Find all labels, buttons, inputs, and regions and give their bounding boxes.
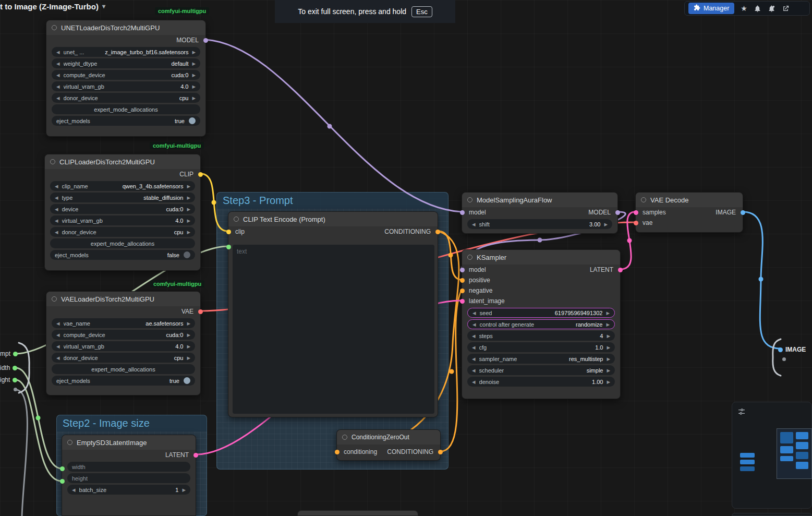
widget-eject-models[interactable]: eject_models true [52,376,195,386]
combo-right-arrow-icon[interactable]: ▶ [192,50,196,55]
image-output-dot[interactable] [778,347,783,352]
output-slot-model[interactable]: MODEL [46,35,205,45]
link-midpoint-dot[interactable] [212,200,216,205]
toggle-knob[interactable] [184,251,190,258]
toggle-knob[interactable] [189,117,196,124]
widget-expert-mode-allocations[interactable]: expert_mode_allocations [52,104,200,114]
combo-right-arrow-icon[interactable]: ▶ [187,321,190,326]
model-input-dot[interactable] [460,268,465,272]
notification-bell-icon[interactable] [768,5,775,13]
subgraph-output-image[interactable]: IMAGE [778,346,806,353]
combo-left-arrow-icon[interactable]: ◀ [55,218,58,223]
latent-output-dot[interactable] [193,453,198,458]
star-icon[interactable]: ★ [741,4,747,13]
subgraph-input-prompt[interactable]: mpt [0,350,18,357]
collapse-dot-icon[interactable] [467,255,472,260]
link-midpoint-dot[interactable] [627,238,632,243]
widget-scheduler[interactable]: ◀ scheduler simple ▶ [467,365,615,375]
widget-eject-models[interactable]: eject_models true [52,116,200,126]
group-title[interactable]: Step3 - Prompt [217,193,448,209]
node-header[interactable]: ModelSamplingAuraFlow [462,193,617,207]
collapse-dot-icon[interactable] [342,435,347,440]
extra-output-slot-dot[interactable] [782,357,786,361]
widget-donor-device[interactable]: ◀ donor_device cpu ▶ [52,93,200,103]
widget-expert-mode-allocations[interactable]: expert_mode_allocations [52,364,195,374]
node-ksampler[interactable]: KSampler model LATENT positive negative … [462,249,621,399]
combo-right-arrow-icon[interactable]: ▶ [187,195,190,200]
widget-device[interactable]: ◀ device cuda:0 ▶ [50,204,195,214]
output-slot-latent[interactable]: LATENT [62,450,196,460]
prompt-output-dot[interactable] [13,352,18,356]
combo-left-arrow-icon[interactable]: ◀ [55,230,58,235]
collapse-dot-icon[interactable] [234,217,239,222]
widget-sampler-name[interactable]: ◀ sampler_name res_multistep ▶ [467,354,615,364]
negative-input-dot[interactable] [460,289,465,293]
toggle-knob[interactable] [184,377,190,384]
clip-output-dot[interactable] [198,172,203,177]
height-output-dot[interactable] [13,378,17,382]
collapse-dot-icon[interactable] [52,25,57,30]
node-vae-decode[interactable]: VAE Decode samples IMAGE vae [635,192,743,233]
combo-right-arrow-icon[interactable]: ▶ [187,355,190,361]
link-midpoint-dot[interactable] [759,277,763,282]
samples-input-dot[interactable] [634,210,638,215]
combo-right-arrow-icon[interactable]: ▶ [187,207,190,212]
positive-input-dot[interactable] [460,278,465,283]
combo-left-arrow-icon[interactable]: ◀ [56,50,60,55]
combo-right-arrow-icon[interactable]: ▶ [192,61,196,66]
combo-right-arrow-icon[interactable]: ▶ [192,95,196,101]
combo-left-arrow-icon[interactable]: ◀ [472,322,476,327]
combo-right-arrow-icon[interactable]: ▶ [187,344,190,349]
combo-left-arrow-icon[interactable]: ◀ [56,84,60,89]
combo-left-arrow-icon[interactable]: ◀ [472,356,476,362]
node-vae-loader[interactable]: VAELoaderDisTorch2MultiGPU VAE ◀ vae_nam… [46,291,201,395]
widget-virtual-vram[interactable]: ◀ virtual_vram_gb 4.0 ▶ [50,215,195,225]
workflow-title[interactable]: t to Image (Z-Image-Turbo) ▾ [0,0,105,13]
subgraph-input-height[interactable]: ight [0,376,17,383]
combo-right-arrow-icon[interactable]: ▶ [192,84,196,89]
combo-right-arrow-icon[interactable]: ▶ [607,356,610,362]
node-clip-loader[interactable]: CLIPLoaderDisTorch2MultiGPU CLIP ◀ clip_… [44,154,201,271]
input-slot-latent-image[interactable]: latent_image [462,296,620,306]
node-header[interactable]: ConditioningZeroOut [337,430,440,445]
widget-cfg[interactable]: ◀ cfg 1.0 ▶ [467,342,615,352]
node-header[interactable]: CLIP Text Encode (Prompt) [228,212,438,226]
combo-left-arrow-icon[interactable]: ◀ [72,487,76,493]
combo-left-arrow-icon[interactable]: ◀ [56,73,60,78]
slot-row-conditioning[interactable]: conditioning CONDITIONING [337,447,440,457]
widget-eject-models[interactable]: eject_models false [50,250,195,260]
model-input-dot[interactable] [460,210,465,215]
combo-left-arrow-icon[interactable]: ◀ [56,61,60,66]
bell-icon[interactable] [754,5,761,13]
node-clip-text-encode[interactable]: CLIP Text Encode (Prompt) clip CONDITION… [228,211,438,417]
output-slot-vae[interactable]: VAE [46,306,200,317]
preview-thumbnail[interactable] [777,428,812,479]
combo-left-arrow-icon[interactable]: ◀ [56,344,60,349]
output-slot-clip[interactable]: CLIP [45,169,200,179]
clip-input-dot[interactable] [226,230,231,234]
wire-latent-samples[interactable] [621,212,635,269]
collapse-dot-icon[interactable] [641,197,646,202]
widget-width[interactable]: width [67,462,190,472]
wire-image-output[interactable] [743,212,781,349]
collapse-dot-icon[interactable] [50,159,55,164]
collapse-dot-icon[interactable] [52,296,57,302]
share-icon[interactable] [782,5,790,13]
slot-row-samples-image[interactable]: samples IMAGE [636,207,743,218]
widget-compute-device[interactable]: ◀ compute_device cuda:0 ▶ [52,330,195,340]
widget-type[interactable]: ◀ type stable_diffusion ▶ [50,193,195,202]
queue-preview-panel[interactable] [732,402,812,509]
link-midpoint-dot[interactable] [450,369,454,374]
collapse-dot-icon[interactable] [67,440,72,445]
combo-right-arrow-icon[interactable]: ▶ [187,332,190,338]
combo-right-arrow-icon[interactable]: ▶ [607,333,610,339]
group-title[interactable]: Step2 - Image size [57,415,207,431]
node-graph-canvas[interactable]: Step3 - Prompt Step2 - Image size mpt [0,0,812,516]
combo-right-arrow-icon[interactable]: ▶ [182,487,186,493]
latent-output-dot[interactable] [618,268,623,272]
combo-right-arrow-icon[interactable]: ▶ [607,368,610,373]
widget-weight-dtype[interactable]: ◀ weight_dtype default ▶ [52,58,200,68]
combo-right-arrow-icon[interactable]: ▶ [187,230,190,235]
vae-output-dot[interactable] [198,309,203,314]
combo-left-arrow-icon[interactable]: ◀ [55,207,58,212]
